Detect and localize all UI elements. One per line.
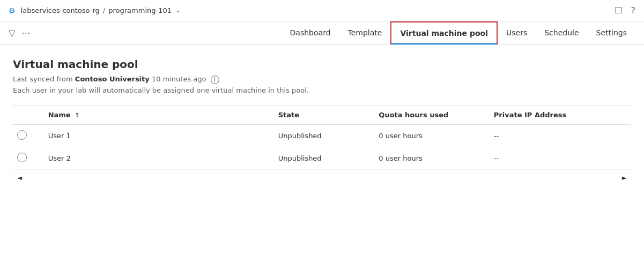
tab-schedule[interactable]: Schedule <box>536 21 587 44</box>
top-bar: ⚙ labservices-contoso-rg / programming-1… <box>0 0 644 21</box>
breadcrumb: ⚙ labservices-contoso-rg / programming-1… <box>9 6 180 15</box>
row1-name: User 1 <box>42 124 272 147</box>
resource-group-label[interactable]: labservices-contoso-rg <box>21 6 100 14</box>
row2-radio[interactable] <box>17 153 27 162</box>
sync-prefix: Last synced from <box>13 75 75 83</box>
tab-virtual-machine-pool[interactable]: Virtual machine pool <box>390 21 498 44</box>
table-scroll-controls: ◄ ► <box>13 170 631 186</box>
row1-ip: -- <box>487 124 631 147</box>
more-options-icon[interactable]: ⋯ <box>21 28 31 38</box>
nav-bar: ▽ ⋯ Dashboard Template Virtual machine p… <box>0 21 644 45</box>
vm-pool-table-container: Name ↑ State Quota hours used Private IP… <box>13 105 631 170</box>
row1-select[interactable] <box>13 124 42 147</box>
col-name-label: Name <box>48 111 71 119</box>
nav-tabs: Dashboard Template Virtual machine pool … <box>282 21 635 44</box>
breadcrumb-separator: / <box>103 6 105 14</box>
vm-pool-table: Name ↑ State Quota hours used Private IP… <box>13 106 631 170</box>
col-header-ip: Private IP Address <box>487 106 631 125</box>
tab-users[interactable]: Users <box>498 21 536 44</box>
resource-group-icon: ⚙ <box>9 6 16 15</box>
page-title: Virtual machine pool <box>13 58 631 71</box>
col-header-quota: Quota hours used <box>372 106 487 125</box>
chevron-down-icon[interactable]: ⌄ <box>176 7 180 13</box>
main-content: Virtual machine pool Last synced from Co… <box>0 45 644 271</box>
lab-name-label[interactable]: programming-101 <box>108 6 172 14</box>
row1-state: Unpublished <box>272 124 373 147</box>
tab-dashboard[interactable]: Dashboard <box>282 21 339 44</box>
row2-name: User 2 <box>42 147 272 169</box>
tab-template[interactable]: Template <box>339 21 391 44</box>
col-header-name[interactable]: Name ↑ <box>42 106 272 125</box>
col-header-state: State <box>272 106 373 125</box>
sync-info: Last synced from Contoso University 10 m… <box>13 75 631 84</box>
tab-settings[interactable]: Settings <box>588 21 635 44</box>
info-icon[interactable]: i <box>211 76 219 84</box>
table-body: User 1 Unpublished 0 user hours -- User … <box>13 124 631 169</box>
table-header-row: Name ↑ State Quota hours used Private IP… <box>13 106 631 125</box>
pool-description: Each user in your lab will automatically… <box>13 86 631 94</box>
top-bar-right-actions: ☐ ? <box>615 5 635 16</box>
row2-ip: -- <box>487 147 631 169</box>
col-header-select <box>13 106 42 125</box>
nav-left-tools: ▽ ⋯ <box>9 21 31 44</box>
monitor-icon[interactable]: ☐ <box>615 5 622 16</box>
sort-icon[interactable]: ↑ <box>75 112 79 119</box>
row1-quota: 0 user hours <box>372 124 487 147</box>
row2-quota: 0 user hours <box>372 147 487 169</box>
sync-suffix: 10 minutes ago <box>150 75 206 83</box>
row2-select[interactable] <box>13 147 42 169</box>
table-row: User 1 Unpublished 0 user hours -- <box>13 124 631 147</box>
help-icon[interactable]: ? <box>631 5 636 16</box>
scroll-right-button[interactable]: ► <box>618 173 631 183</box>
row2-state: Unpublished <box>272 147 373 169</box>
sync-source: Contoso University <box>75 75 150 83</box>
scroll-left-button[interactable]: ◄ <box>13 173 26 183</box>
table-row: User 2 Unpublished 0 user hours -- <box>13 147 631 169</box>
filter-icon[interactable]: ▽ <box>9 28 15 38</box>
row1-radio[interactable] <box>17 130 27 140</box>
